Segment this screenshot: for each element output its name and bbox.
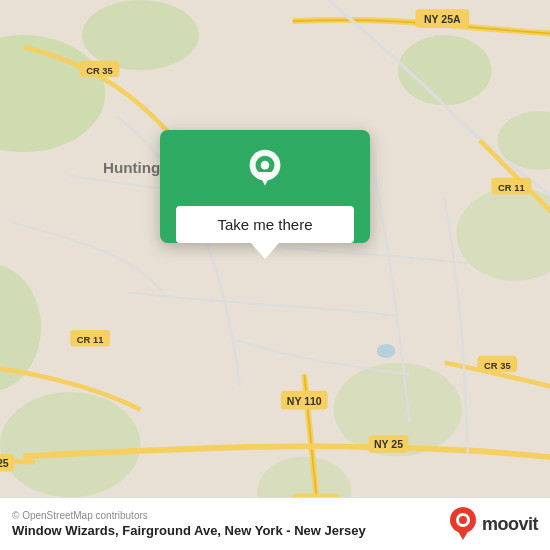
svg-point-39 — [459, 516, 467, 524]
bottom-bar-left: © OpenStreetMap contributors Window Wiza… — [12, 510, 366, 538]
map-attribution: © OpenStreetMap contributors — [12, 510, 366, 521]
svg-marker-37 — [456, 528, 470, 540]
svg-point-34 — [261, 161, 270, 170]
svg-text:NY 25A: NY 25A — [424, 13, 461, 25]
svg-point-3 — [398, 35, 492, 105]
svg-text:CR 35: CR 35 — [86, 66, 113, 76]
svg-text:NY 25: NY 25 — [0, 457, 9, 469]
location-card: Take me there — [160, 130, 370, 243]
moovit-logo: moovit — [448, 506, 538, 542]
moovit-pin-icon — [448, 506, 478, 542]
svg-text:Hunting: Hunting — [103, 159, 160, 176]
svg-text:CR 35: CR 35 — [484, 361, 511, 371]
location-pin-icon — [241, 148, 289, 196]
svg-point-7 — [0, 392, 140, 497]
svg-text:NY 25: NY 25 — [374, 438, 403, 450]
svg-text:NY 110: NY 110 — [287, 395, 322, 407]
moovit-brand-text: moovit — [482, 514, 538, 535]
svg-point-2 — [82, 0, 199, 70]
svg-text:CR 11: CR 11 — [77, 335, 104, 345]
map-container: NY 25A CR 35 CR 11 CR 11 CR 35 NY 110 NY… — [0, 0, 550, 550]
location-title: Window Wizards, Fairground Ave, New York… — [12, 523, 366, 538]
svg-point-31 — [377, 344, 396, 358]
map-background: NY 25A CR 35 CR 11 CR 11 CR 35 NY 110 NY… — [0, 0, 550, 550]
take-me-there-button[interactable]: Take me there — [176, 206, 354, 243]
svg-text:CR 11: CR 11 — [498, 183, 525, 193]
bottom-bar: © OpenStreetMap contributors Window Wiza… — [0, 497, 550, 550]
